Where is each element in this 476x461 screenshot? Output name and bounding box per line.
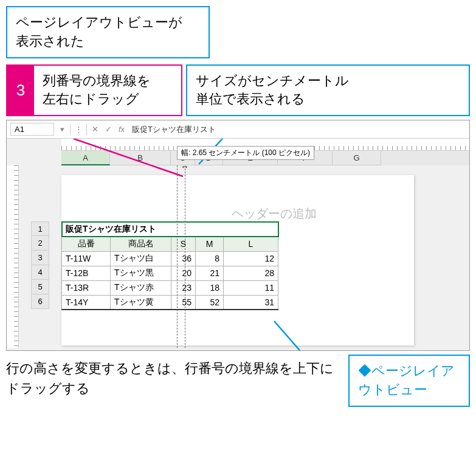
table-cell[interactable]: T-12B [62, 266, 111, 280]
spreadsheet-grid[interactable]: 販促Tシャツ在庫リスト品番商品名SMLT-11WTシャツ白36812T-12BT… [61, 221, 278, 310]
name-box-dropdown-icon[interactable]: ▾ [57, 125, 67, 134]
callout-bottom-left: 行の高さを変更するときは、行番号の境界線を上下にドラッグする [6, 355, 345, 407]
table-cell[interactable]: T-13R [62, 280, 111, 295]
sheet-area: 幅: 2.65 センチメートル (100 ピクセル) ABCDEFG ↔ ヘッダ… [7, 139, 469, 351]
resize-cursor-icon: ↔ [181, 162, 189, 172]
callout-size-unit: サイズがセンチメートル 単位で表示される [186, 64, 470, 117]
column-header-b[interactable]: B [110, 151, 171, 165]
table-cell[interactable]: T-11W [62, 251, 111, 266]
name-box[interactable]: A1 [10, 123, 54, 136]
callout-size-text: サイズがセンチメートル 単位で表示される [196, 73, 349, 107]
callout-bottom-right: ◆ページレイアウトビュー [348, 355, 470, 407]
table-cell[interactable]: 31 [224, 295, 278, 310]
callout-top-text: ページレイアウトビューが 表示された [16, 15, 182, 49]
table-cell[interactable]: 12 [224, 251, 278, 266]
table-header[interactable]: 品番 [62, 237, 111, 251]
table-cell[interactable]: 20 [171, 266, 196, 280]
bottom-right-text: ページレイアウトビュー [358, 363, 455, 397]
table-cell[interactable]: T-14Y [62, 295, 111, 310]
cancel-icon[interactable]: ✕ [89, 125, 100, 134]
vertical-ruler [7, 165, 19, 348]
table-header[interactable]: S [171, 237, 196, 251]
column-header-a[interactable]: A [61, 151, 110, 165]
table-cell[interactable]: 23 [171, 280, 196, 295]
title-cell[interactable]: 販促Tシャツ在庫リスト [62, 222, 278, 237]
drag-guideline-1 [177, 165, 178, 348]
row-header-4[interactable]: 4 [31, 265, 49, 280]
callout-top: ページレイアウトビューが 表示された [6, 6, 210, 58]
diamond-icon: ◆ [358, 363, 371, 378]
table-cell[interactable]: 11 [224, 280, 278, 295]
table-header[interactable]: L [224, 237, 278, 251]
table-cell[interactable]: 28 [224, 266, 278, 280]
column-header-g[interactable]: G [333, 151, 381, 165]
table-cell[interactable]: 18 [196, 280, 224, 295]
bottom-row: 行の高さを変更するときは、行番号の境界線を上下にドラッグする ◆ページレイアウト… [6, 355, 470, 407]
table-cell[interactable]: Tシャツ黄 [111, 295, 171, 310]
table-cell[interactable]: 55 [171, 295, 196, 310]
row-headers: 123456 [31, 221, 49, 309]
row-header-1[interactable]: 1 [31, 221, 49, 236]
table-cell[interactable]: 36 [171, 251, 196, 266]
width-tooltip: 幅: 2.65 センチメートル (100 ピクセル) [177, 146, 314, 160]
formula-bar: A1 ▾ ⋮ ✕ ✓ fx 販促Tシャツ在庫リスト [7, 120, 469, 139]
callout-step-3: 3 列番号の境界線を 左右にドラッグ [6, 64, 182, 117]
row-header-2[interactable]: 2 [31, 236, 49, 251]
table-header[interactable]: M [196, 237, 224, 251]
row-header-5[interactable]: 5 [31, 280, 49, 294]
row-header-3[interactable]: 3 [31, 251, 49, 265]
drag-guideline-2 [185, 165, 185, 348]
menu-icon[interactable]: ⋮ [73, 125, 84, 134]
table-cell[interactable]: Tシャツ白 [111, 251, 171, 266]
fx-icon[interactable]: fx [116, 125, 127, 134]
excel-screenshot: A1 ▾ ⋮ ✕ ✓ fx 販促Tシャツ在庫リスト 幅: 2.65 センチメート… [6, 120, 470, 351]
table-header[interactable]: 商品名 [111, 237, 171, 251]
table-cell[interactable]: Tシャツ黒 [111, 266, 171, 280]
step-text: 列番号の境界線を 左右にドラッグ [34, 66, 181, 116]
table-cell[interactable]: Tシャツ赤 [111, 280, 171, 295]
confirm-icon[interactable]: ✓ [103, 125, 114, 134]
row-header-6[interactable]: 6 [31, 294, 49, 309]
table-cell[interactable]: 52 [196, 295, 224, 310]
table-cell[interactable]: 21 [196, 266, 224, 280]
mid-callout-row: 3 列番号の境界線を 左右にドラッグ サイズがセンチメートル 単位で表示される [6, 64, 470, 117]
header-placeholder[interactable]: ヘッダーの追加 [232, 206, 317, 222]
step-number: 3 [7, 66, 34, 116]
table-cell[interactable]: 8 [196, 251, 224, 266]
formula-text[interactable]: 販促Tシャツ在庫リスト [129, 124, 216, 135]
